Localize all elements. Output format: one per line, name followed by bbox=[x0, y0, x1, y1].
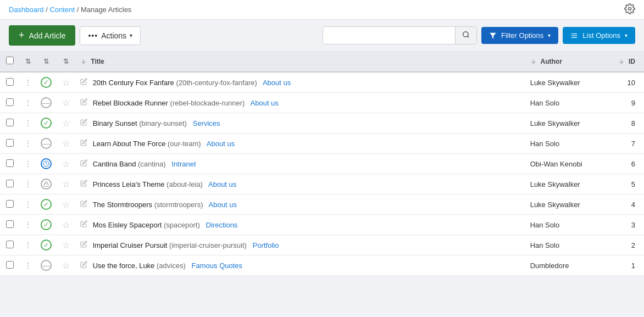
row-category-link[interactable]: Services bbox=[193, 119, 220, 127]
star-icon[interactable]: ☆ bbox=[62, 241, 70, 250]
list-options-button[interactable]: List Options ▾ bbox=[563, 27, 635, 44]
drag-handle-icon[interactable]: ⋮ bbox=[24, 180, 32, 188]
star-icon[interactable]: ☆ bbox=[62, 119, 70, 128]
row-checkbox[interactable] bbox=[6, 180, 14, 187]
drag-handle-icon[interactable]: ⋮ bbox=[24, 139, 32, 148]
row-checkbox[interactable] bbox=[6, 139, 14, 147]
gear-icon[interactable] bbox=[624, 3, 635, 16]
row-id-cell: 9 bbox=[614, 93, 644, 113]
row-checkbox[interactable] bbox=[6, 119, 14, 126]
row-title: Use the force, Luke bbox=[93, 262, 155, 270]
row-author-cell: Luke Skywalker bbox=[526, 174, 614, 194]
actions-button[interactable]: ••• Actions ▾ bbox=[80, 26, 141, 45]
row-slug: (spaceport) bbox=[164, 221, 200, 229]
row-category-link[interactable]: Portfolio bbox=[253, 241, 279, 249]
table-row: ⋮ ✓ ☆ Mos Eisley Spaceport (spaceport) D… bbox=[0, 215, 644, 235]
select-all-checkbox[interactable] bbox=[6, 57, 14, 64]
row-author-cell: Dumbledore bbox=[526, 255, 614, 276]
table-row: ⋮ — ☆ Use the force, Luke (advices) Famo… bbox=[0, 255, 644, 276]
articles-table: ⇅ ⇅ ⇅ Title Author bbox=[0, 51, 644, 276]
row-id: 6 bbox=[631, 160, 635, 168]
row-category-link[interactable]: About us bbox=[263, 79, 291, 87]
row-checkbox[interactable] bbox=[6, 220, 14, 228]
row-checkbox[interactable] bbox=[6, 159, 14, 167]
actions-chevron-icon: ▾ bbox=[130, 32, 132, 38]
row-checkbox[interactable] bbox=[6, 98, 14, 106]
row-star-cell: ☆ bbox=[56, 72, 76, 93]
col-header-star[interactable]: ⇅ bbox=[56, 51, 76, 72]
row-author: Han Solo bbox=[530, 99, 559, 107]
drag-handle-icon[interactable]: ⋮ bbox=[24, 78, 32, 87]
row-star-cell: ☆ bbox=[56, 215, 76, 235]
star-icon[interactable]: ☆ bbox=[62, 180, 70, 189]
row-drag-cell: ⋮ bbox=[20, 93, 36, 113]
row-title-cell: 20th Century Fox Fanfare (20th-century-f… bbox=[76, 72, 526, 93]
star-icon[interactable]: ☆ bbox=[62, 98, 70, 108]
breadcrumb-dashboard[interactable]: Dashboard bbox=[9, 5, 44, 14]
star-icon[interactable]: ☆ bbox=[62, 261, 70, 270]
col-header-author[interactable]: Author bbox=[526, 51, 614, 72]
col-header-status[interactable]: ⇅ bbox=[36, 51, 56, 72]
row-title: Imperial Cruiser Pursuit bbox=[93, 241, 168, 249]
col-header-drag[interactable]: ⇅ bbox=[20, 51, 36, 72]
star-icon[interactable]: ☆ bbox=[62, 220, 70, 230]
drag-handle-icon[interactable]: ⋮ bbox=[24, 261, 32, 270]
add-article-label: Add Article bbox=[29, 31, 66, 40]
row-checkbox[interactable] bbox=[6, 200, 14, 208]
row-checkbox-cell bbox=[0, 72, 20, 93]
row-category-link[interactable]: Famous Quotes bbox=[192, 262, 243, 270]
star-icon[interactable]: ☆ bbox=[62, 200, 70, 209]
search-input[interactable] bbox=[323, 27, 455, 43]
svg-point-1 bbox=[463, 32, 468, 37]
star-icon[interactable]: ☆ bbox=[62, 139, 70, 148]
row-checkbox[interactable] bbox=[6, 241, 14, 248]
row-status-cell: ✓ bbox=[36, 113, 56, 134]
row-drag-cell: ⋮ bbox=[20, 154, 36, 174]
row-drag-cell: ⋮ bbox=[20, 255, 36, 276]
row-drag-cell: ⋮ bbox=[20, 134, 36, 154]
search-button[interactable] bbox=[455, 27, 476, 44]
edit-icon bbox=[80, 119, 90, 127]
star-icon[interactable]: ☆ bbox=[62, 78, 70, 87]
drag-handle-icon[interactable]: ⋮ bbox=[24, 200, 32, 209]
drag-handle-icon[interactable]: ⋮ bbox=[24, 241, 32, 249]
row-star-cell: ☆ bbox=[56, 154, 76, 174]
row-author-cell: Luke Skywalker bbox=[526, 194, 614, 215]
row-author: Han Solo bbox=[530, 241, 559, 249]
row-category-link[interactable]: About us bbox=[209, 201, 237, 209]
row-drag-cell: ⋮ bbox=[20, 72, 36, 93]
row-id-cell: 4 bbox=[614, 194, 644, 215]
row-title: The Stormtroopers bbox=[93, 201, 152, 209]
row-id: 4 bbox=[631, 201, 635, 209]
row-category-link[interactable]: About us bbox=[208, 180, 236, 188]
row-drag-cell: ⋮ bbox=[20, 113, 36, 134]
row-checkbox[interactable] bbox=[6, 261, 14, 269]
row-status-cell bbox=[36, 174, 56, 194]
row-drag-cell: ⋮ bbox=[20, 174, 36, 194]
col-header-title[interactable]: Title bbox=[76, 51, 526, 72]
row-category-link[interactable]: About us bbox=[207, 140, 235, 148]
top-bar: Dashboard / Content / Manage Articles bbox=[0, 0, 644, 20]
row-checkbox[interactable] bbox=[6, 78, 14, 86]
row-title: Princess Leia's Theme bbox=[93, 180, 165, 188]
row-star-cell: ☆ bbox=[56, 93, 76, 113]
row-author-cell: Han Solo bbox=[526, 235, 614, 255]
drag-handle-icon[interactable]: ⋮ bbox=[24, 98, 32, 107]
breadcrumb-content[interactable]: Content bbox=[49, 5, 75, 14]
drag-handle-icon[interactable]: ⋮ bbox=[24, 220, 32, 229]
row-id-cell: 5 bbox=[614, 174, 644, 194]
drag-handle-icon[interactable]: ⋮ bbox=[24, 119, 32, 127]
filter-options-button[interactable]: Filter Options ▾ bbox=[481, 27, 558, 44]
add-article-button[interactable]: + Add Article bbox=[9, 25, 75, 46]
drag-handle-icon[interactable]: ⋮ bbox=[24, 159, 32, 168]
col-header-id[interactable]: ID bbox=[614, 51, 644, 72]
svg-marker-3 bbox=[490, 32, 496, 38]
filter-label: Filter Options bbox=[501, 31, 543, 40]
col-header-check bbox=[0, 51, 20, 72]
row-category-link[interactable]: Directions bbox=[206, 221, 238, 229]
star-icon[interactable]: ☆ bbox=[62, 159, 70, 169]
table-row: ⋮ ✓ ☆ Imperial Cruiser Pursuit (imperial… bbox=[0, 235, 644, 255]
row-category-link[interactable]: About us bbox=[251, 99, 279, 107]
row-category-link[interactable]: Intranet bbox=[171, 160, 196, 168]
row-star-cell: ☆ bbox=[56, 194, 76, 215]
